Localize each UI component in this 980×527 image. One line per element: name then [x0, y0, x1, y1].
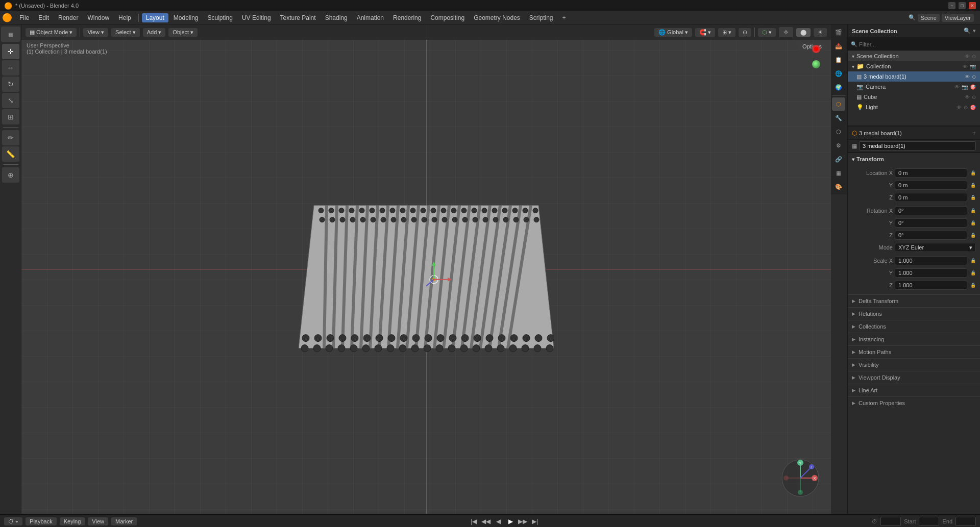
tool-annotate[interactable]: ✏: [2, 130, 19, 145]
tab-scripting[interactable]: Scripting: [525, 13, 557, 22]
axis-gizmo[interactable]: Y X Z: [780, 458, 821, 498]
outliner-filter-btn[interactable]: 🔍: [964, 28, 971, 34]
object-prop-icon[interactable]: ⬡: [832, 97, 845, 111]
outliner-medal-board[interactable]: ▾ ▦ 3 medal board(1) 👁 ⊙: [848, 71, 980, 82]
medal-filter-icon[interactable]: ⊙: [972, 74, 976, 80]
rotation-x-field[interactable]: 0°: [895, 206, 967, 215]
select-menu-btn[interactable]: Select ▾: [111, 28, 140, 37]
location-y-field[interactable]: 0 m: [895, 181, 967, 190]
tool-cursor[interactable]: ✛: [2, 44, 19, 59]
tab-uv-editing[interactable]: UV Editing: [238, 13, 275, 22]
viewport-snap-btn[interactable]: 🧲 ▾: [695, 28, 715, 37]
mode-selector[interactable]: ▦: [1, 27, 20, 42]
outliner-add-btn[interactable]: ▾: [973, 28, 976, 34]
light-filter-icon[interactable]: 🎯: [970, 105, 976, 110]
viewport-overlay-btn[interactable]: ⬡ ▾: [758, 28, 776, 37]
obj-prop-add-btn[interactable]: +: [972, 130, 976, 137]
light-render-icon[interactable]: ⊙: [964, 105, 968, 110]
play-back-btn[interactable]: ◀: [493, 517, 503, 526]
tab-add[interactable]: +: [558, 13, 570, 22]
menu-file[interactable]: File: [15, 13, 33, 22]
maximize-btn[interactable]: □: [959, 2, 966, 9]
menu-help[interactable]: Help: [114, 13, 135, 22]
rotation-z-lock[interactable]: 🔒: [970, 233, 976, 238]
scale-y-field[interactable]: 1.000: [895, 268, 967, 278]
tab-rendering[interactable]: Rendering: [389, 13, 425, 22]
jump-start-btn[interactable]: |◀: [469, 517, 479, 526]
medal-eye-icon[interactable]: 👁: [965, 74, 970, 80]
tab-animation[interactable]: Animation: [353, 13, 388, 22]
rotation-x-lock[interactable]: 🔒: [970, 208, 976, 213]
location-x-field[interactable]: 0 m: [895, 168, 967, 178]
timeline-menu-btn[interactable]: ⏱ ▾: [4, 517, 22, 525]
relations-header[interactable]: ▶ Relations: [848, 308, 980, 320]
viewport-global-btn[interactable]: 🌐 Global ▾: [654, 28, 692, 37]
outliner-scene-collection[interactable]: ▾ Scene Collection 👁 ⊙: [848, 51, 980, 61]
line-art-header[interactable]: ▶ Line Art: [848, 384, 980, 396]
filter-icon[interactable]: ⊙: [972, 54, 976, 59]
object-mode-btn[interactable]: ▦ Object Mode ▾: [26, 28, 77, 37]
object-menu-btn[interactable]: Object ▾: [168, 28, 198, 37]
instancing-header[interactable]: ▶ Instancing: [848, 333, 980, 345]
physics-prop-icon[interactable]: ⚙: [832, 139, 845, 152]
transform-header[interactable]: ▾ Transform: [848, 153, 980, 165]
rotation-y-lock[interactable]: 🔒: [970, 220, 976, 225]
marker-btn[interactable]: Marker: [111, 517, 137, 525]
jump-end-btn[interactable]: ▶|: [530, 517, 540, 526]
tool-scale[interactable]: ⤡: [2, 93, 19, 108]
eye-icon[interactable]: 👁: [965, 54, 970, 59]
menu-render[interactable]: Render: [54, 13, 82, 22]
tab-modeling[interactable]: Modeling: [169, 13, 203, 22]
viewport-display-header[interactable]: ▶ Viewport Display: [848, 371, 980, 384]
location-z-lock[interactable]: 🔒: [970, 195, 976, 200]
outliner-camera[interactable]: ▾ 📷 Camera 👁 📷 🎯: [848, 82, 980, 92]
motion-paths-header[interactable]: ▶ Motion Paths: [848, 346, 980, 358]
view-layer-prop-icon[interactable]: 📋: [832, 53, 845, 66]
scene-selector[interactable]: Scene: [918, 14, 940, 22]
play-btn[interactable]: ▶: [505, 517, 516, 526]
viewport-proportional-btn[interactable]: ⊙: [739, 28, 751, 37]
menu-edit[interactable]: Edit: [34, 13, 53, 22]
viewport-gizmo-btn[interactable]: ✧: [779, 27, 793, 37]
tool-rotate[interactable]: ↻: [2, 77, 19, 92]
minimize-btn[interactable]: −: [948, 2, 955, 9]
start-frame-input[interactable]: 1: [919, 517, 939, 526]
step-back-btn[interactable]: ◀◀: [481, 517, 491, 526]
keying-btn[interactable]: Keying: [60, 517, 85, 525]
tab-texture-paint[interactable]: Texture Paint: [276, 13, 320, 22]
tab-shading[interactable]: Shading: [321, 13, 352, 22]
tool-measure[interactable]: 📏: [2, 146, 19, 162]
add-menu-btn[interactable]: Add ▾: [143, 28, 166, 37]
output-prop-icon[interactable]: 📤: [832, 39, 845, 53]
location-z-field[interactable]: 0 m: [895, 193, 967, 202]
scale-z-lock[interactable]: 🔒: [970, 283, 976, 288]
rotation-z-field[interactable]: 0°: [895, 231, 967, 240]
view-btn[interactable]: View: [88, 517, 108, 525]
playback-btn[interactable]: Playback: [26, 517, 57, 525]
tab-geometry-nodes[interactable]: Geometry Nodes: [470, 13, 524, 22]
view-menu-btn[interactable]: View ▾: [83, 28, 108, 37]
tab-sculpting[interactable]: Sculpting: [204, 13, 237, 22]
custom-properties-header[interactable]: ▶ Custom Properties: [848, 397, 980, 409]
camera-eye-icon[interactable]: 👁: [954, 84, 960, 90]
rotation-mode-field[interactable]: XYZ Euler ▾: [895, 243, 976, 252]
tool-add[interactable]: ⊕: [2, 167, 19, 183]
camera-filter-icon[interactable]: 🎯: [970, 84, 976, 90]
view-layer-selector[interactable]: ViewLayer: [942, 14, 974, 22]
modifier-prop-icon[interactable]: 🔧: [832, 111, 845, 124]
menu-window[interactable]: Window: [83, 13, 113, 22]
step-forward-btn[interactable]: ▶▶: [518, 517, 528, 526]
scale-x-field[interactable]: 1.000: [895, 256, 967, 265]
scene-world-icon[interactable]: 🌐: [832, 67, 845, 80]
end-frame-input[interactable]: 250: [955, 517, 976, 526]
data-prop-icon[interactable]: ▦: [832, 166, 845, 180]
scene-prop-icon[interactable]: 🎬: [832, 26, 845, 39]
viewport-transform-btn[interactable]: ⊞ ▾: [718, 28, 736, 37]
tab-compositing[interactable]: Compositing: [426, 13, 469, 22]
camera-render-icon[interactable]: 📷: [962, 84, 968, 90]
cube-eye-icon[interactable]: 👁: [965, 94, 970, 100]
tab-layout[interactable]: Layout: [142, 13, 168, 22]
outliner-light[interactable]: ▾ 💡 Light 👁 ⊙ 🎯: [848, 102, 980, 112]
location-y-lock[interactable]: 🔒: [970, 183, 976, 188]
light-eye-icon[interactable]: 👁: [957, 105, 962, 110]
